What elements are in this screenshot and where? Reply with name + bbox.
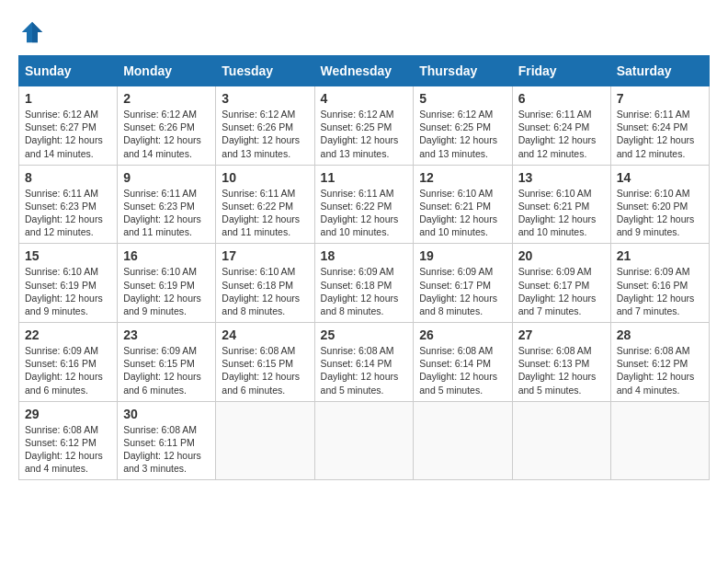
calendar-cell: 5Sunrise: 6:12 AM Sunset: 6:25 PM Daylig… — [414, 86, 512, 166]
calendar-cell: 26Sunrise: 6:08 AM Sunset: 6:14 PM Dayli… — [414, 323, 512, 402]
col-header-friday: Friday — [512, 56, 610, 86]
day-number: 17 — [222, 248, 308, 263]
day-number: 10 — [222, 170, 308, 185]
day-number: 21 — [617, 248, 703, 263]
calendar-cell: 25Sunrise: 6:08 AM Sunset: 6:14 PM Dayli… — [314, 323, 414, 402]
day-info: Sunrise: 6:08 AM Sunset: 6:15 PM Dayligh… — [222, 344, 308, 396]
calendar-cell: 19Sunrise: 6:09 AM Sunset: 6:17 PM Dayli… — [414, 244, 512, 323]
day-number: 3 — [222, 91, 308, 106]
day-number: 2 — [123, 91, 210, 106]
calendar-cell: 9Sunrise: 6:11 AM Sunset: 6:23 PM Daylig… — [118, 165, 216, 244]
day-number: 8 — [25, 170, 111, 185]
col-header-wednesday: Wednesday — [314, 56, 414, 86]
day-info: Sunrise: 6:09 AM Sunset: 6:17 PM Dayligh… — [518, 265, 605, 317]
calendar-cell: 11Sunrise: 6:11 AM Sunset: 6:22 PM Dayli… — [314, 165, 414, 244]
calendar-cell — [610, 401, 709, 480]
day-number: 13 — [518, 170, 605, 185]
calendar-week-row: 15Sunrise: 6:10 AM Sunset: 6:19 PM Dayli… — [19, 244, 710, 323]
day-info: Sunrise: 6:10 AM Sunset: 6:21 PM Dayligh… — [518, 187, 605, 239]
day-info: Sunrise: 6:09 AM Sunset: 6:16 PM Dayligh… — [617, 265, 703, 317]
calendar-table: SundayMondayTuesdayWednesdayThursdayFrid… — [18, 55, 710, 480]
calendar-cell — [216, 401, 314, 480]
calendar-week-row: 22Sunrise: 6:09 AM Sunset: 6:16 PM Dayli… — [19, 323, 710, 402]
calendar-cell: 3Sunrise: 6:12 AM Sunset: 6:26 PM Daylig… — [216, 86, 314, 166]
day-number: 26 — [419, 327, 506, 342]
day-info: Sunrise: 6:12 AM Sunset: 6:25 PM Dayligh… — [321, 108, 408, 160]
day-info: Sunrise: 6:09 AM Sunset: 6:18 PM Dayligh… — [321, 265, 408, 317]
col-header-sunday: Sunday — [19, 56, 118, 86]
calendar-cell: 2Sunrise: 6:12 AM Sunset: 6:26 PM Daylig… — [118, 86, 216, 166]
day-number: 19 — [419, 248, 506, 263]
calendar-week-row: 8Sunrise: 6:11 AM Sunset: 6:23 PM Daylig… — [19, 165, 710, 244]
calendar-cell: 30Sunrise: 6:08 AM Sunset: 6:11 PM Dayli… — [118, 401, 216, 480]
calendar-cell: 29Sunrise: 6:08 AM Sunset: 6:12 PM Dayli… — [19, 401, 118, 480]
logo-icon — [18, 18, 46, 46]
calendar-cell: 7Sunrise: 6:11 AM Sunset: 6:24 PM Daylig… — [610, 86, 709, 166]
day-number: 7 — [617, 91, 703, 106]
calendar-cell: 23Sunrise: 6:09 AM Sunset: 6:15 PM Dayli… — [118, 323, 216, 402]
calendar-cell: 21Sunrise: 6:09 AM Sunset: 6:16 PM Dayli… — [610, 244, 709, 323]
day-info: Sunrise: 6:08 AM Sunset: 6:14 PM Dayligh… — [419, 344, 506, 396]
day-info: Sunrise: 6:08 AM Sunset: 6:13 PM Dayligh… — [518, 344, 605, 396]
day-number: 5 — [419, 91, 506, 106]
day-number: 25 — [321, 327, 408, 342]
day-info: Sunrise: 6:12 AM Sunset: 6:25 PM Dayligh… — [419, 108, 506, 160]
day-info: Sunrise: 6:11 AM Sunset: 6:24 PM Dayligh… — [617, 108, 703, 160]
calendar-cell: 4Sunrise: 6:12 AM Sunset: 6:25 PM Daylig… — [314, 86, 414, 166]
day-number: 28 — [617, 327, 703, 342]
day-info: Sunrise: 6:08 AM Sunset: 6:11 PM Dayligh… — [123, 423, 210, 476]
page-header — [18, 18, 710, 46]
day-info: Sunrise: 6:08 AM Sunset: 6:12 PM Dayligh… — [617, 344, 703, 396]
calendar-week-row: 29Sunrise: 6:08 AM Sunset: 6:12 PM Dayli… — [19, 401, 710, 480]
col-header-thursday: Thursday — [414, 56, 512, 86]
calendar-cell: 1Sunrise: 6:12 AM Sunset: 6:27 PM Daylig… — [19, 86, 118, 166]
day-info: Sunrise: 6:10 AM Sunset: 6:21 PM Dayligh… — [419, 187, 506, 239]
day-number: 20 — [518, 248, 605, 263]
day-number: 6 — [518, 91, 605, 106]
calendar-cell: 13Sunrise: 6:10 AM Sunset: 6:21 PM Dayli… — [512, 165, 610, 244]
day-info: Sunrise: 6:08 AM Sunset: 6:12 PM Dayligh… — [25, 423, 111, 476]
day-info: Sunrise: 6:10 AM Sunset: 6:18 PM Dayligh… — [222, 265, 308, 317]
day-info: Sunrise: 6:10 AM Sunset: 6:19 PM Dayligh… — [25, 265, 111, 317]
logo — [18, 18, 50, 46]
calendar-cell: 8Sunrise: 6:11 AM Sunset: 6:23 PM Daylig… — [19, 165, 118, 244]
day-info: Sunrise: 6:12 AM Sunset: 6:27 PM Dayligh… — [25, 108, 111, 160]
day-info: Sunrise: 6:10 AM Sunset: 6:19 PM Dayligh… — [123, 265, 210, 317]
day-info: Sunrise: 6:11 AM Sunset: 6:22 PM Dayligh… — [321, 187, 408, 239]
day-number: 16 — [123, 248, 210, 263]
day-info: Sunrise: 6:11 AM Sunset: 6:22 PM Dayligh… — [222, 187, 308, 239]
calendar-cell — [314, 401, 414, 480]
day-number: 9 — [123, 170, 210, 185]
col-header-monday: Monday — [118, 56, 216, 86]
calendar-cell: 10Sunrise: 6:11 AM Sunset: 6:22 PM Dayli… — [216, 165, 314, 244]
day-info: Sunrise: 6:12 AM Sunset: 6:26 PM Dayligh… — [222, 108, 308, 160]
col-header-tuesday: Tuesday — [216, 56, 314, 86]
calendar-cell: 18Sunrise: 6:09 AM Sunset: 6:18 PM Dayli… — [314, 244, 414, 323]
calendar-cell: 27Sunrise: 6:08 AM Sunset: 6:13 PM Dayli… — [512, 323, 610, 402]
day-number: 24 — [222, 327, 308, 342]
day-info: Sunrise: 6:11 AM Sunset: 6:24 PM Dayligh… — [518, 108, 605, 160]
day-number: 15 — [25, 248, 111, 263]
calendar-cell — [512, 401, 610, 480]
calendar-cell: 28Sunrise: 6:08 AM Sunset: 6:12 PM Dayli… — [610, 323, 709, 402]
calendar-cell: 12Sunrise: 6:10 AM Sunset: 6:21 PM Dayli… — [414, 165, 512, 244]
day-number: 12 — [419, 170, 506, 185]
day-number: 14 — [617, 170, 703, 185]
day-number: 11 — [321, 170, 408, 185]
day-number: 30 — [123, 407, 210, 421]
day-number: 27 — [518, 327, 605, 342]
calendar-cell: 6Sunrise: 6:11 AM Sunset: 6:24 PM Daylig… — [512, 86, 610, 166]
day-number: 4 — [321, 91, 408, 106]
calendar-cell: 24Sunrise: 6:08 AM Sunset: 6:15 PM Dayli… — [216, 323, 314, 402]
day-info: Sunrise: 6:11 AM Sunset: 6:23 PM Dayligh… — [123, 187, 210, 239]
day-number: 29 — [25, 407, 111, 421]
calendar-cell: 17Sunrise: 6:10 AM Sunset: 6:18 PM Dayli… — [216, 244, 314, 323]
calendar-header-row: SundayMondayTuesdayWednesdayThursdayFrid… — [19, 56, 710, 86]
day-info: Sunrise: 6:08 AM Sunset: 6:14 PM Dayligh… — [321, 344, 408, 396]
calendar-week-row: 1Sunrise: 6:12 AM Sunset: 6:27 PM Daylig… — [19, 86, 710, 166]
calendar-cell: 14Sunrise: 6:10 AM Sunset: 6:20 PM Dayli… — [610, 165, 709, 244]
col-header-saturday: Saturday — [610, 56, 709, 86]
calendar-cell: 22Sunrise: 6:09 AM Sunset: 6:16 PM Dayli… — [19, 323, 118, 402]
calendar-cell: 16Sunrise: 6:10 AM Sunset: 6:19 PM Dayli… — [118, 244, 216, 323]
calendar-cell — [414, 401, 512, 480]
